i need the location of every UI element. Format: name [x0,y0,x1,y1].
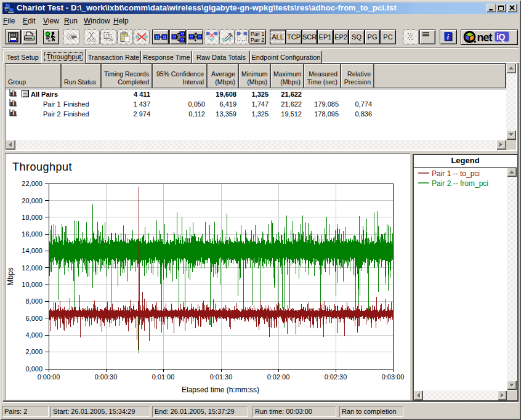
svg-text:net: net [477,31,493,44]
svg-text:iQ: iQ [496,32,505,42]
